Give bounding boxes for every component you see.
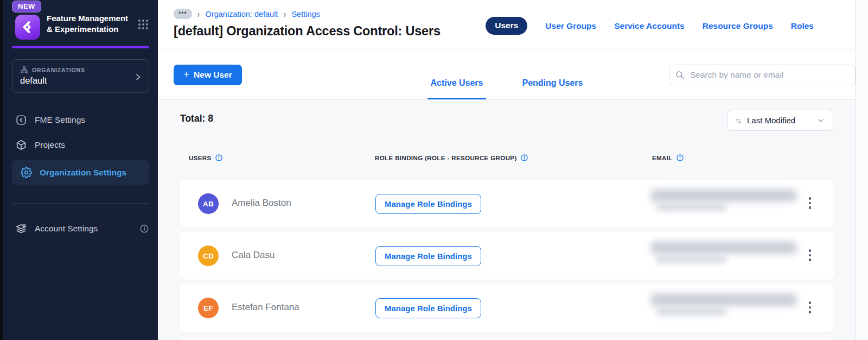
sidebar-item-projects[interactable]: Projects [3,133,158,157]
product-name: Feature Management & Experimentation [47,13,132,35]
organizations-label: ORGANIZATIONS [32,67,85,73]
user-name: Cala Dasu [232,250,275,261]
chevron-separator-icon: › [197,8,200,19]
row-menu-kebab-icon[interactable] [807,299,814,316]
info-icon[interactable] [676,154,684,162]
total-count: Total: 8 [180,113,213,124]
sort-dropdown-value: Last Modified [747,116,795,125]
user-name: Amelia Boston [232,198,291,209]
column-header-users: USERS [189,155,212,161]
table-row: CD Cala Dasu Manage Role Bindings [180,232,834,280]
sidebar: NEW Feature Management & Experimentation [3,0,158,340]
gear-icon [21,167,32,178]
layers-gear-icon [15,223,27,235]
cube-icon [15,139,27,151]
manage-role-bindings-button[interactable]: Manage Role Bindings [375,194,481,214]
breadcrumb-link-settings[interactable]: Settings [291,10,320,18]
page-content: ••• › Organization: default › Settings [… [158,0,856,340]
organization-switcher[interactable]: ORGANIZATIONS default [12,59,149,93]
page-title: [default] Organization Access Control: U… [174,24,441,39]
user-rows: AB Amelia Boston Manage Role Bindings CD… [180,180,834,336]
chevron-right-icon [133,73,142,81]
table-row: EF Estefan Fontana Manage Role Bindings [180,284,834,332]
user-name: Estefan Fontana [232,302,299,313]
breadcrumb-ellipsis-button[interactable]: ••• [174,9,192,19]
row-menu-kebab-icon[interactable] [807,195,814,211]
tab-service-accounts[interactable]: Service Accounts [614,21,685,31]
breadcrumb: ••• › Organization: default › Settings [174,9,320,19]
sidebar-item-label: Account Settings [35,224,98,234]
breadcrumb-link-organization[interactable]: Organization: default [206,10,278,18]
sort-arrows-icon: ↑↓ [735,116,741,125]
email-redacted [651,294,808,322]
tab-user-groups[interactable]: User Groups [545,21,596,31]
tab-active-users[interactable]: Active Users [427,78,487,99]
tab-users[interactable]: Users [486,17,527,35]
row-menu-kebab-icon[interactable] [807,247,814,263]
sidebar-nav: FME Settings Projects Organization Setti… [3,108,158,241]
table-row: AB Amelia Boston Manage Role Bindings [180,180,834,228]
info-icon[interactable] [520,154,528,162]
search-icon [675,70,685,80]
column-header-role-binding: ROLE BINDING (ROLE - RESOURCE GROUP) [375,155,517,161]
search-input[interactable] [669,65,856,85]
organization-name: default [20,75,141,86]
brand-accent-rule [12,46,149,48]
toolbar: + New User Active Users Pending Users [158,50,856,100]
tab-pending-users[interactable]: Pending Users [519,78,586,99]
email-redacted [651,242,808,270]
sidebar-item-fme-settings[interactable]: FME Settings [3,108,158,132]
avatar: EF [198,298,219,318]
avatar: AB [198,193,219,214]
sidebar-item-label: Organization Settings [40,168,126,178]
sidebar-item-label: FME Settings [35,115,85,125]
column-header-email: EMAIL [652,155,673,161]
next-row-peek [180,337,833,340]
app-launcher-grid-icon[interactable] [137,18,149,30]
tab-resource-groups[interactable]: Resource Groups [703,21,773,31]
chevron-down-icon [816,116,825,125]
search-box [669,65,856,85]
users-list-section: Total: 8 ↑↓ Last Modified USERS [158,100,856,340]
sidebar-item-account-settings[interactable]: Account Settings [3,217,158,241]
info-icon[interactable] [215,154,223,162]
manage-role-bindings-button[interactable]: Manage Role Bindings [375,298,481,318]
fme-settings-icon [15,114,27,126]
manage-role-bindings-button[interactable]: Manage Role Bindings [375,246,481,266]
split-logo-icon [15,15,40,40]
tab-roles[interactable]: Roles [791,21,814,31]
new-badge: NEW [12,1,41,12]
info-icon[interactable] [139,224,149,234]
email-redacted [651,190,808,218]
org-hierarchy-icon [20,66,28,74]
sidebar-divider [12,203,149,204]
main-area: ••• › Organization: default › Settings [… [158,0,868,340]
sidebar-item-label: Projects [35,140,65,150]
avatar: CD [198,245,219,266]
chevron-separator-icon: › [283,8,286,19]
page-header: ••• › Organization: default › Settings [… [158,0,856,49]
access-control-tabs: Users User Groups Service Accounts Resou… [486,17,814,35]
sidebar-item-organization-settings[interactable]: Organization Settings [12,160,149,185]
sort-dropdown[interactable]: ↑↓ Last Modified [727,110,833,131]
